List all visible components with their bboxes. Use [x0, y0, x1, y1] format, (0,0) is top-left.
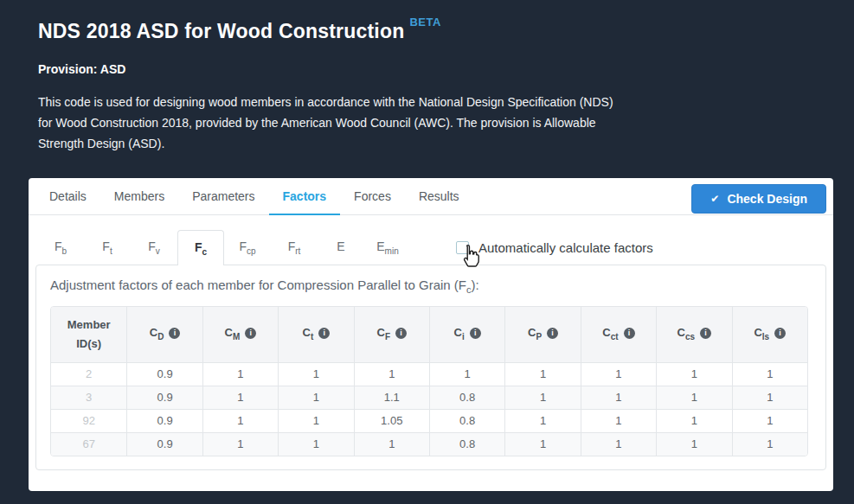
column-header-ct: Cti — [278, 307, 353, 362]
page: { "header": { "title": "NDS 2018 ASD for… — [0, 0, 854, 504]
tab-results[interactable]: Results — [405, 178, 473, 214]
info-icon[interactable]: i — [395, 328, 407, 339]
column-header-ccs: Ccsi — [656, 307, 731, 362]
info-icon[interactable]: i — [245, 328, 256, 339]
info-icon[interactable]: i — [774, 328, 786, 339]
factor-value-cell: 1 — [656, 409, 731, 432]
member-id-column-header: Member ID(s) — [51, 307, 126, 362]
factor-value-cell: 0.9 — [126, 362, 202, 386]
factor-tab-frt[interactable]: Frt — [271, 230, 318, 265]
tab-factors[interactable]: Factors — [269, 178, 341, 214]
table-row: 30.9111.10.81111 — [51, 386, 807, 409]
auto-calc-checkbox[interactable] — [456, 241, 469, 254]
factor-value-cell: 1 — [732, 362, 807, 386]
factor-tab-fv[interactable]: Fv — [131, 230, 177, 265]
factor-value-cell: 0.8 — [429, 432, 504, 456]
column-header-ci: Cii — [429, 307, 504, 362]
check-design-button[interactable]: ✔ Check Design — [691, 184, 826, 214]
factors-panel: Adjustment factors of each member for Co… — [35, 265, 826, 470]
info-icon[interactable]: i — [169, 328, 180, 339]
info-icon[interactable]: i — [700, 328, 711, 339]
member-id-cell: 3 — [51, 386, 126, 409]
page-title: NDS 2018 ASD for Wood Construction — [38, 20, 404, 42]
column-header-cf: CFi — [354, 307, 429, 362]
factor-value-cell: 1 — [656, 386, 731, 409]
factor-value-cell: 1 — [202, 432, 278, 456]
factor-value-cell: 1 — [429, 362, 504, 386]
factor-value-cell: 1 — [202, 409, 278, 432]
column-header-cd: CDi — [126, 307, 202, 362]
auto-calc-label: Automatically calculate factors — [478, 240, 653, 255]
factor-value-cell: 0.9 — [126, 432, 202, 456]
panel-heading: Adjustment factors of each member for Co… — [36, 265, 825, 303]
tab-forces[interactable]: Forces — [340, 178, 405, 214]
check-design-label: Check Design — [727, 192, 807, 206]
factor-tab-fcp[interactable]: Fcp — [224, 230, 271, 265]
factor-value-cell: 0.9 — [126, 409, 202, 432]
factor-value-cell: 1 — [504, 432, 580, 456]
factor-table-body: 20.91111111130.9111.10.81111920.9111.050… — [51, 362, 807, 456]
factor-tab-e[interactable]: E — [318, 230, 364, 265]
tab-parameters[interactable]: Parameters — [178, 178, 268, 214]
factor-value-cell: 0.8 — [429, 409, 504, 432]
factor-value-cell: 1 — [278, 432, 353, 456]
factor-value-cell: 1 — [581, 362, 656, 386]
beta-badge: BETA — [409, 16, 440, 29]
member-id-cell: 2 — [51, 362, 126, 386]
factor-tabs: FbFtFvFcFcpFrtEEminAutomatically calcula… — [29, 230, 833, 265]
factor-value-cell: 1 — [732, 432, 807, 456]
tab-details[interactable]: Details — [35, 178, 100, 214]
page-header: NDS 2018 ASD for Wood ConstructionBETA P… — [38, 16, 644, 154]
table-row: 20.911111111 — [51, 362, 807, 386]
info-icon[interactable]: i — [318, 328, 330, 339]
factor-value-cell: 1 — [504, 386, 580, 409]
tab-members[interactable]: Members — [100, 178, 178, 214]
factor-value-cell: 1 — [581, 386, 656, 409]
auto-calc-control: Automatically calculate factors — [456, 230, 653, 265]
factor-value-cell: 1 — [732, 409, 807, 432]
factor-value-cell: 1 — [656, 362, 731, 386]
table-row: 670.91110.81111 — [51, 432, 807, 456]
design-card: DetailsMembersParametersFactorsForcesRes… — [29, 178, 833, 491]
member-id-cell: 92 — [51, 409, 126, 432]
column-header-cm: CMi — [202, 307, 278, 362]
factor-value-cell: 1 — [278, 386, 353, 409]
column-header-cct: Ccti — [581, 307, 656, 362]
factor-value-cell: 0.8 — [429, 386, 504, 409]
check-icon: ✔ — [710, 193, 719, 205]
column-header-cp: CPi — [504, 307, 580, 362]
factor-value-cell: 1 — [732, 386, 807, 409]
factor-value-cell: 1 — [202, 386, 278, 409]
factor-tab-fc[interactable]: Fc — [177, 230, 224, 265]
factor-value-cell: 1 — [354, 432, 429, 456]
factor-tab-fb[interactable]: Fb — [37, 230, 84, 265]
column-header-cls: Clsi — [732, 307, 807, 362]
factor-value-cell: 0.9 — [126, 386, 202, 409]
factor-value-cell: 1 — [278, 409, 353, 432]
factor-value-cell: 1 — [504, 409, 580, 432]
member-id-cell: 67 — [51, 432, 126, 456]
info-icon[interactable]: i — [624, 328, 635, 339]
factor-value-cell: 1.05 — [354, 409, 429, 432]
factor-value-cell: 1 — [504, 362, 580, 386]
factor-table-header-row: Member ID(s) CDiCMiCtiCFiCiiCPiCctiCcsiC… — [51, 307, 807, 362]
factors-table: Member ID(s) CDiCMiCtiCFiCiiCPiCctiCcsiC… — [50, 306, 808, 456]
table-row: 920.9111.050.81111 — [51, 409, 807, 432]
factor-value-cell: 1 — [656, 432, 731, 456]
factor-value-cell: 1 — [278, 362, 353, 386]
code-description: This code is used for designing wood mem… — [38, 92, 626, 154]
factor-tab-ft[interactable]: Ft — [84, 230, 131, 265]
factor-value-cell: 1 — [581, 432, 656, 456]
factor-value-cell: 1 — [202, 362, 278, 386]
provision-label: Provision: ASD — [38, 62, 644, 76]
factor-value-cell: 1 — [354, 362, 429, 386]
factor-value-cell: 1 — [581, 409, 656, 432]
info-icon[interactable]: i — [470, 328, 481, 339]
info-icon[interactable]: i — [547, 328, 558, 339]
factor-value-cell: 1.1 — [354, 386, 429, 409]
factor-tab-emin[interactable]: Emin — [364, 230, 411, 265]
